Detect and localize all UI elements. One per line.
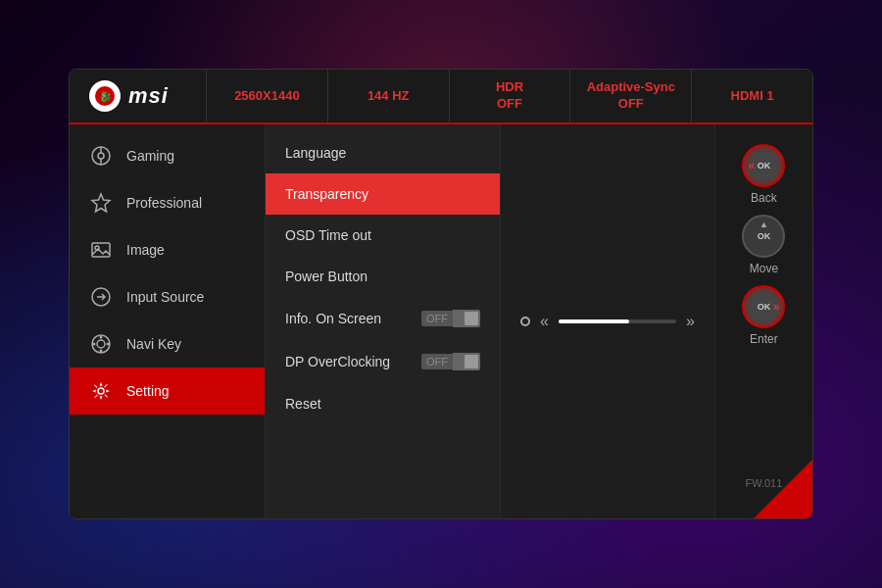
sidebar-item-professional[interactable]: Professional xyxy=(70,179,265,226)
msi-brand-text: msi xyxy=(128,83,169,109)
svg-point-12 xyxy=(100,336,103,339)
info-on-screen-toggle[interactable]: OFF xyxy=(421,310,480,327)
menu-item-language[interactable]: Language xyxy=(266,132,500,173)
refresh-rate-display: 144 HZ xyxy=(328,70,450,122)
input-source-icon xyxy=(89,285,113,309)
dp-overclocking-toggle[interactable]: OFF xyxy=(421,353,480,370)
enter-control: OK » Enter xyxy=(742,285,785,346)
back-button[interactable]: « OK xyxy=(742,144,785,187)
top-bar: 🐉 msi 2560X1440 144 HZ HDROFF Adaptive-S… xyxy=(70,70,812,124)
input-source-label: Input Source xyxy=(126,289,204,305)
menu-item-reset[interactable]: Reset xyxy=(266,383,500,424)
sidebar-item-gaming[interactable]: Gaming xyxy=(70,132,265,179)
svg-point-11 xyxy=(97,340,105,348)
enter-label: Enter xyxy=(750,332,778,346)
slider-left-arrow[interactable]: « xyxy=(540,313,549,330)
svg-point-15 xyxy=(107,343,110,346)
adaptive-sync-display: Adaptive-SyncOFF xyxy=(570,70,692,122)
svg-point-16 xyxy=(98,388,104,394)
slider-dot-icon xyxy=(520,317,530,326)
navi-key-label: Navi Key xyxy=(126,336,181,352)
back-arrow-icon: « xyxy=(748,159,755,172)
professional-label: Professional xyxy=(126,195,202,211)
back-ok-text: OK xyxy=(758,161,771,171)
menu-item-transparency[interactable]: Transparency xyxy=(266,173,500,215)
svg-rect-7 xyxy=(92,243,110,257)
svg-point-3 xyxy=(98,153,104,159)
setting-icon xyxy=(89,379,113,403)
value-panel: « » xyxy=(501,124,715,518)
setting-label: Setting xyxy=(126,383,170,399)
osd-container: 🐉 msi 2560X1440 144 HZ HDROFF Adaptive-S… xyxy=(69,69,813,519)
slider-fill xyxy=(559,319,629,323)
hdr-display: HDROFF xyxy=(450,70,571,122)
move-ok-text: OK xyxy=(758,231,771,241)
svg-point-13 xyxy=(100,350,103,353)
back-label: Back xyxy=(751,191,777,205)
msi-dragon-icon: 🐉 xyxy=(89,80,121,112)
professional-icon xyxy=(89,191,113,215)
move-control: OK ▲ Move xyxy=(742,215,785,275)
image-label: Image xyxy=(126,242,165,258)
enter-button[interactable]: OK » xyxy=(742,285,785,328)
transparency-slider-row: « » xyxy=(520,313,695,330)
back-control: « OK Back xyxy=(742,144,785,205)
sidebar-item-setting[interactable]: Setting xyxy=(70,368,265,415)
sidebar-item-navi-key[interactable]: Navi Key xyxy=(70,320,265,368)
svg-text:🐉: 🐉 xyxy=(99,90,112,103)
enter-ok-text: OK xyxy=(758,302,771,312)
top-info-bar: 2560X1440 144 HZ HDROFF Adaptive-SyncOFF… xyxy=(207,70,812,122)
sidebar-item-input-source[interactable]: Input Source xyxy=(70,273,265,320)
enter-arrow-icon: » xyxy=(773,300,780,314)
resolution-display: 2560X1440 xyxy=(207,70,328,122)
red-corner-accent xyxy=(754,460,812,518)
image-icon xyxy=(89,238,113,262)
menu-item-dp-overclocking[interactable]: DP OverClocking OFF xyxy=(266,340,500,383)
move-button[interactable]: OK ▲ xyxy=(742,215,785,258)
menu-panel: Language Transparency OSD Time out Power… xyxy=(266,124,501,518)
svg-point-14 xyxy=(93,343,96,346)
main-content: Gaming Professional Im xyxy=(70,124,812,518)
move-up-icon: ▲ xyxy=(760,220,768,229)
move-label: Move xyxy=(750,262,778,275)
menu-item-power-button[interactable]: Power Button xyxy=(266,256,500,297)
slider-track[interactable] xyxy=(559,319,676,323)
slider-right-arrow[interactable]: » xyxy=(686,313,695,330)
logo-section: 🐉 msi xyxy=(70,70,207,122)
input-display: HDMI 1 xyxy=(692,70,812,122)
sidebar-item-image[interactable]: Image xyxy=(70,226,265,273)
gaming-icon xyxy=(89,144,113,168)
menu-item-info-on-screen[interactable]: Info. On Screen OFF xyxy=(266,297,500,340)
navi-key-icon xyxy=(89,332,113,356)
svg-marker-6 xyxy=(92,194,110,212)
sidebar: Gaming Professional Im xyxy=(70,124,266,518)
gaming-label: Gaming xyxy=(126,148,174,164)
menu-item-osd-timeout[interactable]: OSD Time out xyxy=(266,215,500,256)
msi-logo: 🐉 msi xyxy=(89,80,169,112)
